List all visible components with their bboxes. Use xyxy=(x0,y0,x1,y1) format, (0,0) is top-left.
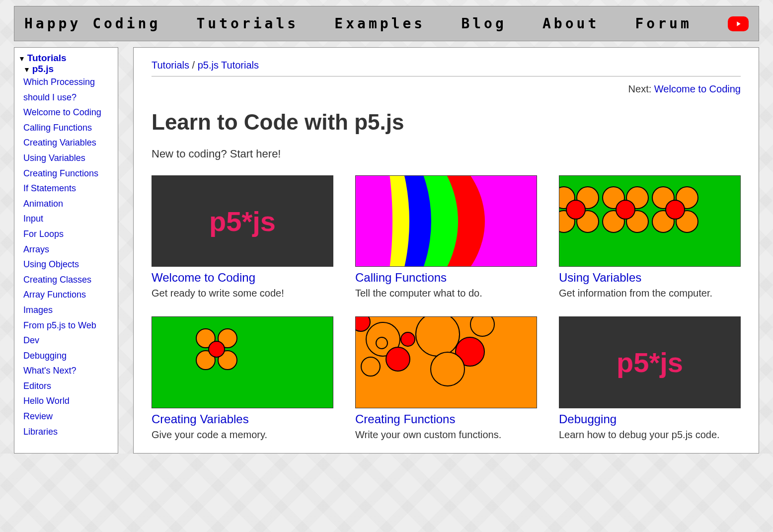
cards-grid: p5*jsWelcome to CodingGet ready to write… xyxy=(152,175,741,441)
sidebar-item-3[interactable]: Creating Variables xyxy=(23,138,96,148)
card-desc: Give your code a memory. xyxy=(152,428,333,441)
sidebar-item-2[interactable]: Calling Functions xyxy=(23,123,92,133)
sidebar-item-10[interactable]: Arrays xyxy=(23,244,49,254)
nav-blog[interactable]: Blog xyxy=(461,15,506,32)
top-nav: Happy Coding Tutorials Examples Blog Abo… xyxy=(14,6,759,41)
sidebar-item-15[interactable]: From p5.js to Web Dev xyxy=(23,320,96,346)
sidebar-item-7[interactable]: Animation xyxy=(23,199,63,209)
nav-forum[interactable]: Forum xyxy=(635,15,692,32)
card-thumbnail[interactable] xyxy=(152,316,333,408)
nav-about[interactable]: About xyxy=(542,15,599,32)
next-line: Next: Welcome to Coding xyxy=(152,83,741,95)
card-title-link[interactable]: Calling Functions xyxy=(355,271,537,285)
card: p5*jsDebuggingLearn how to debug your p5… xyxy=(559,316,741,441)
sidebar-item-20[interactable]: Review xyxy=(23,411,53,421)
page-title: Learn to Code with p5.js xyxy=(152,110,741,135)
sidebar-item-9[interactable]: For Loops xyxy=(23,229,64,239)
sidebar-item-17[interactable]: What's Next? xyxy=(23,366,76,376)
next-label: Next: xyxy=(628,83,654,94)
sidebar-item-1[interactable]: Welcome to Coding xyxy=(23,107,101,117)
sidebar-root[interactable]: Tutorials xyxy=(27,53,67,63)
card-thumbnail[interactable]: p5*js xyxy=(559,316,741,408)
sidebar-item-18[interactable]: Editors xyxy=(23,381,51,391)
card-title-link[interactable]: Welcome to Coding xyxy=(152,271,333,285)
card: Using VariablesGet information from the … xyxy=(559,175,741,300)
intro-text: New to coding? Start here! xyxy=(152,148,741,160)
card-title-link[interactable]: Debugging xyxy=(559,412,741,426)
card: Creating VariablesGive your code a memor… xyxy=(152,316,333,441)
sidebar-item-5[interactable]: Creating Functions xyxy=(23,168,98,178)
card: Calling FunctionsTell the computer what … xyxy=(355,175,537,300)
card-thumbnail[interactable] xyxy=(355,316,537,408)
breadcrumb: Tutorials / p5.js Tutorials xyxy=(152,60,741,71)
sidebar-item-14[interactable]: Images xyxy=(23,305,53,315)
card-thumbnail[interactable] xyxy=(355,175,537,267)
next-link[interactable]: Welcome to Coding xyxy=(654,83,741,94)
sidebar: Tutorials p5.js Which Processing should … xyxy=(14,47,118,454)
card-thumbnail[interactable] xyxy=(559,175,741,267)
sidebar-item-8[interactable]: Input xyxy=(23,214,43,224)
card-title-link[interactable]: Using Variables xyxy=(559,271,741,285)
nav-examples[interactable]: Examples xyxy=(334,15,425,32)
sidebar-item-13[interactable]: Array Functions xyxy=(23,290,86,300)
card-title-link[interactable]: Creating Variables xyxy=(152,412,333,426)
sidebar-item-19[interactable]: Hello World xyxy=(23,396,70,406)
card: p5*jsWelcome to CodingGet ready to write… xyxy=(152,175,333,300)
breadcrumb-tutorials[interactable]: Tutorials xyxy=(152,60,189,71)
nav-happy-coding[interactable]: Happy Coding xyxy=(24,15,160,32)
nav-tutorials[interactable]: Tutorials xyxy=(196,15,299,32)
card-title-link[interactable]: Creating Functions xyxy=(355,412,537,426)
divider xyxy=(152,76,741,76)
card-desc: Write your own custom functions. xyxy=(355,428,537,441)
card-thumbnail[interactable]: p5*js xyxy=(152,175,333,267)
breadcrumb-p5js[interactable]: p5.js Tutorials xyxy=(198,60,259,71)
sidebar-item-16[interactable]: Debugging xyxy=(23,351,67,361)
breadcrumb-sep: / xyxy=(192,60,198,71)
card: Creating FunctionsWrite your own custom … xyxy=(355,316,537,441)
youtube-link[interactable] xyxy=(728,16,749,31)
sidebar-item-11[interactable]: Using Objects xyxy=(23,259,79,269)
card-desc: Get information from the computer. xyxy=(559,287,741,300)
sidebar-item-6[interactable]: If Statements xyxy=(23,183,76,193)
card-desc: Get ready to write some code! xyxy=(152,287,333,300)
main-content: Tutorials / p5.js Tutorials Next: Welcom… xyxy=(133,47,759,454)
youtube-icon xyxy=(728,16,749,31)
sidebar-item-12[interactable]: Creating Classes xyxy=(23,275,91,285)
sidebar-item-4[interactable]: Using Variables xyxy=(23,153,85,163)
sidebar-item-21[interactable]: Libraries xyxy=(23,427,58,437)
sidebar-section[interactable]: p5.js xyxy=(32,64,54,74)
sidebar-item-0[interactable]: Which Processing should I use? xyxy=(23,77,95,102)
card-desc: Learn how to debug your p5.js code. xyxy=(559,428,741,441)
card-desc: Tell the computer what to do. xyxy=(355,287,537,300)
